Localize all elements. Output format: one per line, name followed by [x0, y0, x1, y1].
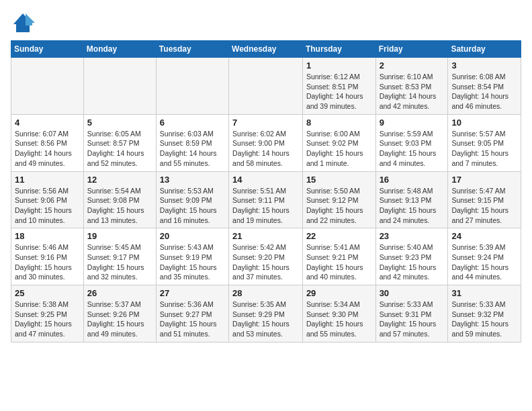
- day-number: 2: [380, 60, 445, 71]
- calendar-cell: 23Sunrise: 5:40 AM Sunset: 9:23 PM Dayli…: [375, 228, 448, 285]
- day-detail: Sunrise: 5:38 AM Sunset: 9:25 PM Dayligh…: [15, 300, 80, 339]
- day-number: 27: [160, 288, 225, 298]
- calendar-cell: 21Sunrise: 5:42 AM Sunset: 9:20 PM Dayli…: [229, 228, 303, 285]
- day-detail: Sunrise: 5:47 AM Sunset: 9:15 PM Dayligh…: [451, 186, 517, 226]
- day-detail: Sunrise: 5:41 AM Sunset: 9:21 PM Dayligh…: [306, 242, 372, 282]
- calendar-cell: [156, 58, 228, 115]
- calendar-week-row: 11Sunrise: 5:56 AM Sunset: 9:06 PM Dayli…: [11, 171, 521, 228]
- calendar-cell: 5Sunrise: 6:05 AM Sunset: 8:57 PM Daylig…: [83, 114, 156, 171]
- calendar-cell: 7Sunrise: 6:02 AM Sunset: 9:00 PM Daylig…: [229, 114, 303, 171]
- day-detail: Sunrise: 5:40 AM Sunset: 9:23 PM Dayligh…: [380, 242, 445, 282]
- calendar-cell: 17Sunrise: 5:47 AM Sunset: 9:15 PM Dayli…: [448, 171, 521, 228]
- calendar-cell: 6Sunrise: 6:03 AM Sunset: 8:59 PM Daylig…: [156, 114, 228, 171]
- calendar-cell: 1Sunrise: 6:12 AM Sunset: 8:51 PM Daylig…: [302, 58, 375, 115]
- calendar-cell: 29Sunrise: 5:34 AM Sunset: 9:30 PM Dayli…: [302, 285, 375, 342]
- day-detail: Sunrise: 5:35 AM Sunset: 9:29 PM Dayligh…: [232, 300, 299, 339]
- day-number: 12: [87, 175, 152, 185]
- day-detail: Sunrise: 5:48 AM Sunset: 9:13 PM Dayligh…: [380, 186, 445, 226]
- calendar-cell: 4Sunrise: 6:07 AM Sunset: 8:56 PM Daylig…: [11, 114, 84, 171]
- calendar-cell: 28Sunrise: 5:35 AM Sunset: 9:29 PM Dayli…: [229, 285, 303, 342]
- header-wednesday: Wednesday: [229, 41, 303, 58]
- day-detail: Sunrise: 6:08 AM Sunset: 8:54 PM Dayligh…: [451, 72, 517, 111]
- day-detail: Sunrise: 6:12 AM Sunset: 8:51 PM Dayligh…: [306, 72, 372, 111]
- calendar-cell: [83, 58, 156, 115]
- day-number: 29: [306, 288, 372, 298]
- day-number: 3: [451, 60, 517, 71]
- day-number: 8: [306, 118, 372, 128]
- day-number: 31: [451, 288, 517, 298]
- calendar-cell: 31Sunrise: 5:33 AM Sunset: 9:32 PM Dayli…: [448, 285, 521, 342]
- day-detail: Sunrise: 5:34 AM Sunset: 9:30 PM Dayligh…: [306, 300, 372, 339]
- day-number: 7: [232, 118, 299, 128]
- day-detail: Sunrise: 5:56 AM Sunset: 9:06 PM Dayligh…: [15, 186, 80, 226]
- calendar-cell: [11, 58, 84, 115]
- header-friday: Friday: [375, 41, 448, 58]
- day-number: 18: [15, 231, 80, 241]
- calendar-table: SundayMondayTuesdayWednesdayThursdayFrid…: [11, 40, 521, 342]
- calendar-cell: 18Sunrise: 5:46 AM Sunset: 9:16 PM Dayli…: [11, 228, 84, 285]
- days-header-row: SundayMondayTuesdayWednesdayThursdayFrid…: [11, 41, 521, 58]
- day-detail: Sunrise: 5:54 AM Sunset: 9:08 PM Dayligh…: [87, 186, 152, 226]
- day-number: 5: [87, 118, 152, 128]
- day-number: 6: [160, 118, 225, 128]
- day-detail: Sunrise: 5:46 AM Sunset: 9:16 PM Dayligh…: [15, 242, 80, 282]
- svg-marker-1: [26, 13, 35, 26]
- day-number: 13: [160, 175, 225, 185]
- calendar-cell: 15Sunrise: 5:50 AM Sunset: 9:12 PM Dayli…: [302, 171, 375, 228]
- day-detail: Sunrise: 5:59 AM Sunset: 9:03 PM Dayligh…: [380, 129, 445, 169]
- day-number: 17: [451, 175, 517, 185]
- day-detail: Sunrise: 6:05 AM Sunset: 8:57 PM Dayligh…: [87, 129, 152, 169]
- calendar-cell: 9Sunrise: 5:59 AM Sunset: 9:03 PM Daylig…: [375, 114, 448, 171]
- day-number: 19: [87, 231, 152, 241]
- day-detail: Sunrise: 5:33 AM Sunset: 9:32 PM Dayligh…: [451, 300, 517, 339]
- day-detail: Sunrise: 5:39 AM Sunset: 9:24 PM Dayligh…: [451, 242, 517, 282]
- day-detail: Sunrise: 5:45 AM Sunset: 9:17 PM Dayligh…: [87, 242, 152, 282]
- day-detail: Sunrise: 5:50 AM Sunset: 9:12 PM Dayligh…: [306, 186, 372, 226]
- day-detail: Sunrise: 5:37 AM Sunset: 9:26 PM Dayligh…: [87, 300, 152, 339]
- header-monday: Monday: [83, 41, 156, 58]
- calendar-cell: 13Sunrise: 5:53 AM Sunset: 9:09 PM Dayli…: [156, 171, 228, 228]
- calendar-cell: 3Sunrise: 6:08 AM Sunset: 8:54 PM Daylig…: [448, 58, 521, 115]
- calendar-cell: 12Sunrise: 5:54 AM Sunset: 9:08 PM Dayli…: [83, 171, 156, 228]
- day-detail: Sunrise: 5:36 AM Sunset: 9:27 PM Dayligh…: [160, 300, 225, 339]
- day-detail: Sunrise: 5:57 AM Sunset: 9:05 PM Dayligh…: [451, 129, 517, 169]
- calendar-cell: 20Sunrise: 5:43 AM Sunset: 9:19 PM Dayli…: [156, 228, 228, 285]
- day-number: 21: [232, 231, 299, 241]
- calendar-cell: 25Sunrise: 5:38 AM Sunset: 9:25 PM Dayli…: [11, 285, 84, 342]
- day-number: 28: [232, 288, 299, 298]
- day-detail: Sunrise: 5:42 AM Sunset: 9:20 PM Dayligh…: [232, 242, 299, 282]
- logo: [11, 11, 39, 35]
- day-detail: Sunrise: 6:00 AM Sunset: 9:02 PM Dayligh…: [306, 129, 372, 169]
- calendar-week-row: 1Sunrise: 6:12 AM Sunset: 8:51 PM Daylig…: [11, 58, 521, 115]
- day-number: 11: [15, 175, 80, 185]
- day-detail: Sunrise: 5:43 AM Sunset: 9:19 PM Dayligh…: [160, 242, 225, 282]
- calendar-cell: 11Sunrise: 5:56 AM Sunset: 9:06 PM Dayli…: [11, 171, 84, 228]
- calendar-cell: 10Sunrise: 5:57 AM Sunset: 9:05 PM Dayli…: [448, 114, 521, 171]
- calendar-cell: [229, 58, 303, 115]
- header-tuesday: Tuesday: [156, 41, 228, 58]
- day-number: 20: [160, 231, 225, 241]
- day-detail: Sunrise: 6:02 AM Sunset: 9:00 PM Dayligh…: [232, 129, 299, 169]
- calendar-cell: 24Sunrise: 5:39 AM Sunset: 9:24 PM Dayli…: [448, 228, 521, 285]
- calendar-cell: 8Sunrise: 6:00 AM Sunset: 9:02 PM Daylig…: [302, 114, 375, 171]
- day-number: 25: [15, 288, 80, 298]
- calendar-cell: 14Sunrise: 5:51 AM Sunset: 9:11 PM Dayli…: [229, 171, 303, 228]
- page-header: [11, 11, 521, 35]
- day-number: 1: [306, 60, 372, 71]
- day-detail: Sunrise: 6:03 AM Sunset: 8:59 PM Dayligh…: [160, 129, 225, 169]
- calendar-week-row: 18Sunrise: 5:46 AM Sunset: 9:16 PM Dayli…: [11, 228, 521, 285]
- calendar-cell: 2Sunrise: 6:10 AM Sunset: 8:53 PM Daylig…: [375, 58, 448, 115]
- calendar-cell: 26Sunrise: 5:37 AM Sunset: 9:26 PM Dayli…: [83, 285, 156, 342]
- calendar-cell: 30Sunrise: 5:33 AM Sunset: 9:31 PM Dayli…: [375, 285, 448, 342]
- day-detail: Sunrise: 5:33 AM Sunset: 9:31 PM Dayligh…: [380, 300, 445, 339]
- calendar-week-row: 25Sunrise: 5:38 AM Sunset: 9:25 PM Dayli…: [11, 285, 521, 342]
- day-number: 4: [15, 118, 80, 128]
- calendar-cell: 16Sunrise: 5:48 AM Sunset: 9:13 PM Dayli…: [375, 171, 448, 228]
- day-number: 23: [380, 231, 445, 241]
- day-number: 16: [380, 175, 445, 185]
- header-sunday: Sunday: [11, 41, 84, 58]
- header-thursday: Thursday: [302, 41, 375, 58]
- day-number: 10: [451, 118, 517, 128]
- day-number: 15: [306, 175, 372, 185]
- header-saturday: Saturday: [448, 41, 521, 58]
